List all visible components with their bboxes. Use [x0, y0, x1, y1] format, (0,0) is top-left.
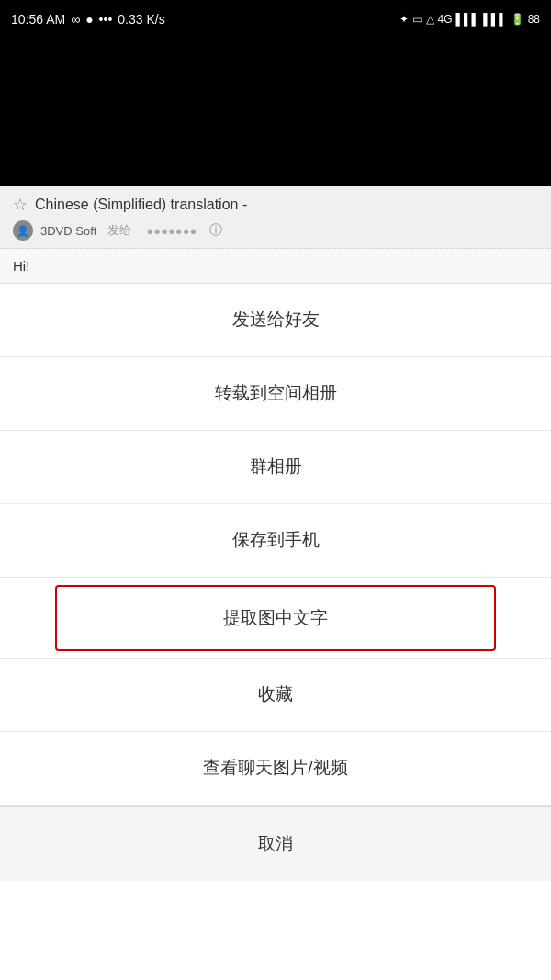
- menu-item-wrapper-favorite[interactable]: 收藏: [0, 659, 551, 732]
- time-display: 10:56 AM: [11, 12, 65, 27]
- menu-item-transfer-to-album[interactable]: 转载到空间相册: [0, 357, 551, 431]
- menu-item-wrapper-transfer-to-album[interactable]: 转载到空间相册: [0, 357, 551, 431]
- email-title: Chinese (Simplified) translation -: [35, 197, 247, 213]
- menu-item-favorite[interactable]: 收藏: [0, 659, 551, 732]
- sender-avatar: 👤: [13, 220, 33, 241]
- menu-item-wrapper-send-to-friend[interactable]: 发送给好友: [0, 284, 551, 357]
- menu-item-view-chat-media[interactable]: 查看聊天图片/视频: [0, 732, 551, 805]
- battery-icon: 🔋: [511, 13, 524, 26]
- email-header: ☆ Chinese (Simplified) translation - 👤 3…: [0, 186, 551, 249]
- dots-icon: •••: [99, 12, 113, 27]
- email-sender-row: 👤 3DVD Soft 发给 ●●●●●●● ⓘ: [13, 220, 538, 241]
- email-title-row: ☆ Chinese (Simplified) translation -: [13, 195, 538, 215]
- menu-item-wrapper-view-chat-media[interactable]: 查看聊天图片/视频: [0, 732, 551, 805]
- message-icon: ●: [85, 12, 93, 27]
- menu-item-send-to-friend[interactable]: 发送给好友: [0, 284, 551, 357]
- status-bar-left: 10:56 AM ∞ ● ••• 0.33 K/s: [11, 12, 165, 27]
- cancel-label: 取消: [258, 832, 293, 856]
- sender-email: ●●●●●●●: [146, 224, 197, 238]
- sender-label: 发给: [107, 222, 131, 239]
- star-icon[interactable]: ☆: [13, 195, 28, 215]
- battery-square-icon: ▭: [412, 13, 422, 26]
- menu-item-group-album[interactable]: 群相册: [0, 431, 551, 504]
- status-bar: 10:56 AM ∞ ● ••• 0.33 K/s ✦ ▭ △ 4G ▌▌▌ ▌…: [0, 0, 551, 39]
- signal-4g-icon: 4G: [438, 13, 453, 26]
- status-bar-right: ✦ ▭ △ 4G ▌▌▌ ▌▌▌ 🔋 88: [399, 13, 540, 26]
- menu-item-wrapper-save-to-phone[interactable]: 保存到手机: [0, 504, 551, 578]
- menu-item-wrapper-group-album[interactable]: 群相册: [0, 431, 551, 504]
- wifi-icon: △: [426, 13, 434, 26]
- info-icon[interactable]: ⓘ: [209, 222, 222, 239]
- cancel-area[interactable]: 取消: [0, 805, 551, 881]
- email-body-preview: Hi!: [0, 249, 551, 284]
- menu-item-extract-text[interactable]: 提取图中文字: [55, 585, 496, 651]
- speed-display: 0.33 K/s: [118, 12, 164, 27]
- menu-item-wrapper-extract-text[interactable]: 提取图中文字: [0, 578, 551, 659]
- infinity-icon: ∞: [71, 12, 80, 27]
- menu-item-save-to-phone[interactable]: 保存到手机: [0, 504, 551, 578]
- media-area: [0, 39, 551, 186]
- signal-bars-icon: ▌▌▌: [456, 13, 480, 26]
- signal-bars2-icon: ▌▌▌: [483, 13, 507, 26]
- sender-name: 3DVD Soft: [40, 224, 96, 238]
- menu-area: 发送给好友 转载到空间相册 群相册 保存到手机 提取图中文字 收藏 查看聊天图片…: [0, 284, 551, 805]
- bluetooth-icon: ✦: [399, 13, 409, 26]
- battery-level: 88: [528, 13, 540, 26]
- cancel-button[interactable]: 取消: [0, 807, 551, 881]
- email-body-text: Hi!: [13, 258, 29, 274]
